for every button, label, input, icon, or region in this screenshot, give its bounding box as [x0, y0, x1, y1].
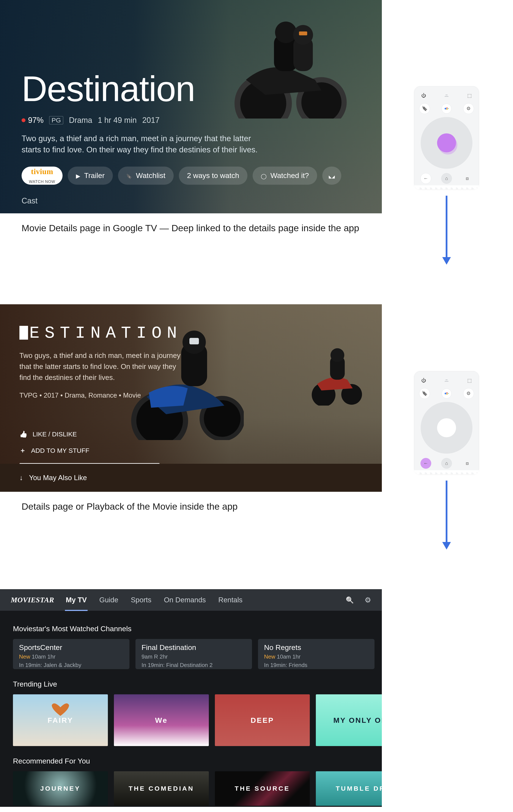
trailer-button[interactable]: Trailer [68, 167, 113, 185]
settings-button[interactable] [463, 103, 474, 114]
app-logo: MOVIESTAR [11, 596, 54, 604]
assistant-button[interactable] [441, 388, 452, 399]
back-button[interactable] [421, 173, 431, 184]
reco-thumb[interactable]: JOURNEY [13, 771, 108, 806]
thumb-label: THE COMEDIAN [129, 785, 194, 792]
back-button-highlighted[interactable] [421, 458, 431, 469]
remote-control-2 [414, 371, 479, 474]
input-button[interactable] [465, 91, 474, 100]
tomato-icon [22, 118, 25, 122]
input-button[interactable] [465, 376, 474, 385]
provider-sublabel: WATCH NOW [29, 180, 55, 183]
hero-motorcycle-red [306, 345, 362, 406]
input-icon [467, 93, 472, 98]
add-to-stuff-button[interactable]: ADD TO MY STUFF [20, 443, 382, 458]
channel-card[interactable]: SportsCenter New 10am 1hr In 19min: Jale… [13, 639, 130, 669]
reco-row: JOURNEYTHE COMEDIANTHE SOURCETUMBLE DRY [13, 771, 369, 806]
dpad[interactable] [421, 402, 473, 454]
reco-thumb[interactable]: THE COMEDIAN [114, 771, 209, 806]
tab-guide[interactable]: Guide [98, 596, 119, 604]
reco-thumb[interactable]: THE SOURCE [215, 771, 310, 806]
channel-line2: In 19min: Friends [264, 662, 369, 668]
dpad-select-highlighted[interactable] [437, 134, 456, 152]
runtime-label: 1 hr 49 min [98, 116, 137, 125]
flag-icon [329, 171, 335, 180]
year-label: 2017 [142, 116, 160, 125]
bookmark-button[interactable] [419, 388, 430, 399]
bookmark-icon [422, 106, 428, 111]
channel-line1: 9am R 2hr [141, 654, 246, 660]
thumb-label: JOURNEY [40, 785, 80, 792]
svg-point-23 [446, 392, 448, 393]
channel-title: SportsCenter [19, 643, 124, 652]
tv-icon [466, 461, 469, 466]
power-icon [421, 93, 426, 98]
gear-icon [466, 106, 471, 111]
tab-rentals[interactable]: Rentals [217, 596, 243, 604]
watchlist-button[interactable]: Watchlist [118, 167, 174, 185]
remote-mic-icon [444, 95, 449, 97]
trending-thumb[interactable]: MY ONLY ONE [316, 694, 382, 746]
action-row: tivium WATCH NOW Trailer Watchlist 2 way… [22, 167, 382, 185]
app-details-screen: ESTINATION Two guys, a thief and a rich … [0, 304, 382, 492]
watched-it-button[interactable]: Watched it? [252, 167, 317, 185]
channel-title: No Regrets [264, 643, 369, 652]
trending-thumb[interactable]: We [114, 694, 209, 746]
assistant-button[interactable] [441, 104, 452, 114]
remote-control-1 [414, 86, 479, 189]
tv-button[interactable] [462, 458, 473, 469]
title-first-block [20, 326, 28, 340]
thumb-label: FAIRY [48, 716, 73, 725]
svg-point-7 [444, 108, 446, 110]
settings-button[interactable] [364, 596, 371, 604]
trailer-label: Trailer [84, 171, 105, 180]
tab-my-tv[interactable]: My TV [65, 596, 88, 604]
like-label: LIKE / DISLIKE [33, 431, 77, 438]
google-tv-details-screen: Destination 97% PG Drama 1 hr 49 min 201… [0, 0, 382, 213]
svg-point-9 [446, 109, 448, 110]
settings-button[interactable] [463, 388, 474, 399]
thumb-label: MY ONLY ONE [333, 716, 382, 725]
channel-card[interactable]: No Regrets New 10am 1hr In 19min: Friend… [258, 639, 375, 669]
channel-card[interactable]: Final Destination 9am R 2hr In 19min: Fi… [135, 639, 252, 669]
reco-thumb[interactable]: TUMBLE DRY [316, 771, 382, 806]
tomato-score: 97% [22, 116, 44, 125]
home-button[interactable] [441, 173, 452, 184]
trending-thumb[interactable]: FAIRY [13, 694, 108, 746]
thumb-icon [20, 430, 27, 438]
tab-on-demands[interactable]: On Demands [163, 596, 207, 604]
thumb-label: DEEP [251, 716, 274, 725]
watch-now-button[interactable]: tivium WATCH NOW [22, 167, 62, 185]
back-icon [424, 461, 428, 466]
gear-icon [466, 391, 471, 396]
bookmark-icon [422, 391, 428, 396]
bookmark-icon [126, 171, 132, 180]
remote-mic-icon [444, 379, 449, 382]
genre-label: Drama [69, 116, 92, 125]
dpad-select[interactable] [437, 418, 456, 437]
search-button[interactable] [346, 596, 354, 604]
tv-icon [466, 176, 469, 181]
caption-2: Details page or Playback of the Movie in… [22, 500, 382, 513]
ways-to-watch-button[interactable]: 2 ways to watch [179, 167, 247, 185]
power-icon [421, 378, 426, 383]
flow-arrow-2 [440, 481, 453, 550]
plus-icon [20, 446, 26, 455]
you-may-also-like-row[interactable]: You May Also Like [0, 464, 382, 492]
svg-point-24 [446, 394, 448, 395]
channel-line1: New 10am 1hr [19, 654, 124, 660]
dpad[interactable] [421, 117, 473, 169]
play-icon [76, 171, 80, 180]
channel-line2: In 19min: Jalen & Jackby [19, 662, 124, 668]
trending-thumb[interactable]: DEEP [215, 694, 310, 746]
power-button[interactable] [419, 91, 428, 100]
channel-title: Final Destination [141, 643, 246, 652]
home-button[interactable] [441, 458, 452, 469]
tv-button[interactable] [462, 173, 473, 184]
provider-brand: tivium [31, 168, 53, 175]
tab-sports[interactable]: Sports [130, 596, 152, 604]
power-button[interactable] [419, 376, 428, 385]
more-actions-button[interactable] [322, 167, 341, 185]
svg-point-21 [330, 348, 344, 362]
bookmark-button[interactable] [419, 103, 430, 114]
